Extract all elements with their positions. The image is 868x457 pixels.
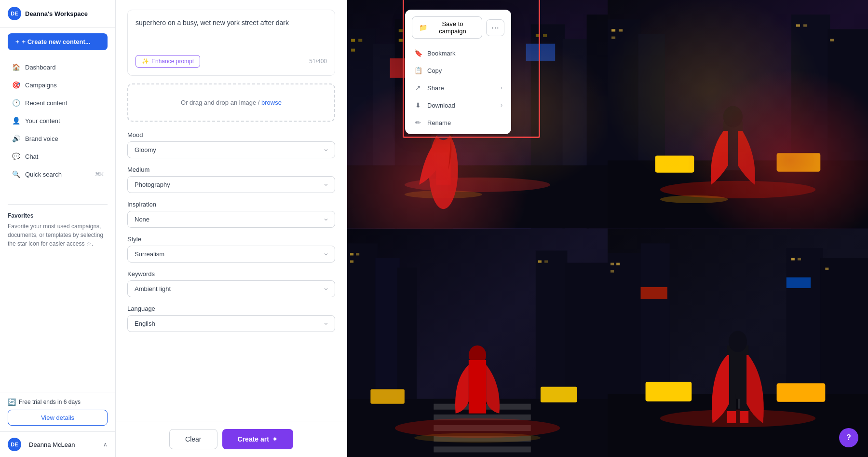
keywords-select[interactable]: Ambient light <box>127 280 335 297</box>
language-select[interactable]: English <box>127 315 335 332</box>
svg-rect-74 <box>798 258 801 260</box>
style-label: Style <box>127 235 335 243</box>
sidebar-item-label: Your content <box>25 117 60 125</box>
sidebar-item-label: Dashboard <box>25 64 56 71</box>
menu-item-download[interactable]: ⬇ Download › <box>408 97 508 114</box>
svg-rect-13 <box>399 39 403 42</box>
user-row: DE Deanna McLean ∧ <box>0 431 115 457</box>
help-button[interactable]: ? <box>839 428 858 447</box>
image-cell-3[interactable] <box>347 229 608 457</box>
svg-rect-59 <box>434 446 530 452</box>
svg-rect-49 <box>356 253 359 255</box>
enhance-prompt-button[interactable]: ✨ Enhance prompt <box>136 55 200 68</box>
sidebar-item-campaigns[interactable]: 🎯 Campaigns <box>4 76 111 94</box>
inspiration-select[interactable]: None <box>127 211 335 228</box>
style-select[interactable]: Surrealism <box>127 246 335 263</box>
mood-group: Mood Gloomy <box>127 131 335 158</box>
svg-rect-15 <box>543 34 547 37</box>
svg-rect-24 <box>608 0 868 229</box>
image-cell-4[interactable] <box>608 229 868 457</box>
svg-rect-89 <box>727 411 736 423</box>
svg-rect-85 <box>727 345 748 399</box>
prompt-input[interactable] <box>136 18 327 48</box>
svg-rect-5 <box>531 24 565 228</box>
image-cell-2[interactable] <box>608 0 868 229</box>
workspace-name: Deanna's Workspace <box>25 10 88 17</box>
menu-item-label: Copy <box>427 67 442 74</box>
menu-item-bookmark[interactable]: 🔖 Bookmark <box>408 44 508 62</box>
svg-rect-81 <box>777 383 826 402</box>
favorites-description: Favorite your most used campaigns, docum… <box>8 222 108 248</box>
browse-link[interactable]: browse <box>261 99 282 106</box>
more-options-button[interactable]: ⋯ <box>486 19 504 36</box>
save-campaign-label: Save to campaign <box>430 20 475 35</box>
svg-rect-31 <box>611 37 615 39</box>
svg-rect-26 <box>638 34 665 229</box>
svg-rect-11 <box>399 29 403 32</box>
mood-label: Mood <box>127 131 335 138</box>
medium-select[interactable]: Photography <box>127 176 335 193</box>
sidebar-item-your-content[interactable]: 👤 Your content <box>4 112 111 129</box>
view-details-button[interactable]: View details <box>8 410 108 426</box>
svg-rect-90 <box>740 411 748 423</box>
sidebar-item-recent-content[interactable]: 🕐 Recent content <box>4 94 111 111</box>
medium-label: Medium <box>127 166 335 173</box>
svg-point-36 <box>660 181 815 198</box>
menu-item-copy[interactable]: 📋 Copy <box>408 62 508 79</box>
svg-rect-61 <box>541 387 577 402</box>
mood-select[interactable]: Gloomy <box>127 141 335 158</box>
menu-item-rename[interactable]: ✏ Rename <box>408 114 508 131</box>
svg-rect-82 <box>641 287 667 299</box>
favorites-title: Favorites <box>8 212 108 219</box>
svg-point-19 <box>405 178 550 192</box>
create-art-button[interactable]: Create art ✦ <box>222 429 293 449</box>
sidebar-item-label: Recent content <box>25 99 67 107</box>
share-arrow-icon: › <box>501 84 502 91</box>
svg-rect-83 <box>787 277 811 288</box>
svg-rect-72 <box>610 270 614 272</box>
svg-rect-60 <box>370 389 405 403</box>
svg-point-41 <box>723 106 743 127</box>
dashboard-icon: 🏠 <box>12 63 20 71</box>
svg-rect-25 <box>608 19 641 228</box>
menu-item-label: Bookmark <box>427 50 456 57</box>
trial-icon: 🔄 <box>8 398 16 406</box>
sidebar-item-label: Campaigns <box>25 82 57 89</box>
svg-rect-33 <box>803 24 807 27</box>
shortcut-label: ⌘K <box>95 171 104 178</box>
sidebar-item-dashboard[interactable]: 🏠 Dashboard <box>4 58 111 76</box>
clear-button[interactable]: Clear <box>169 429 217 449</box>
chat-icon: 💬 <box>12 152 20 161</box>
sidebar-item-label: Quick search <box>25 171 62 178</box>
svg-rect-51 <box>538 260 542 263</box>
svg-point-20 <box>405 191 482 198</box>
download-arrow-icon: › <box>501 102 502 109</box>
svg-rect-32 <box>796 24 800 27</box>
svg-rect-80 <box>646 382 692 401</box>
sidebar-header: DE Deanna's Workspace <box>0 0 115 28</box>
menu-item-share[interactable]: ↗ Share › <box>408 79 508 97</box>
save-to-campaign-button[interactable]: 📁 Save to campaign <box>412 16 482 39</box>
svg-rect-34 <box>830 39 834 42</box>
copy-icon: 📋 <box>414 66 422 75</box>
favorites-section: Favorites Favorite your most used campai… <box>0 208 115 252</box>
svg-rect-22 <box>436 136 450 185</box>
download-icon: ⬇ <box>414 101 422 110</box>
svg-rect-70 <box>610 263 614 265</box>
upload-text: Or drag and drop an image / <box>181 99 261 106</box>
nav-divider <box>8 204 108 205</box>
main-top-area: ✨ Enhance prompt 51/400 Or drag and drop… <box>116 0 347 421</box>
create-art-label: Create art <box>238 435 269 443</box>
svg-point-63 <box>414 433 541 443</box>
trial-label: Free trial ends in 6 days <box>19 399 81 405</box>
svg-rect-2 <box>373 44 397 229</box>
char-count: 51/400 <box>309 58 327 65</box>
upload-area[interactable]: Or drag and drop an image / browse <box>127 83 335 122</box>
create-new-content-button[interactable]: + + Create new content... <box>8 33 108 50</box>
campaigns-icon: 🎯 <box>12 81 20 89</box>
svg-point-37 <box>660 195 728 203</box>
medium-group: Medium Photography <box>127 166 335 193</box>
sidebar-item-brand-voice[interactable]: 🔊 Brand voice <box>4 130 111 147</box>
sidebar-item-quick-search[interactable]: 🔍 Quick search ⌘K <box>4 166 111 183</box>
sidebar-item-chat[interactable]: 💬 Chat <box>4 148 111 165</box>
